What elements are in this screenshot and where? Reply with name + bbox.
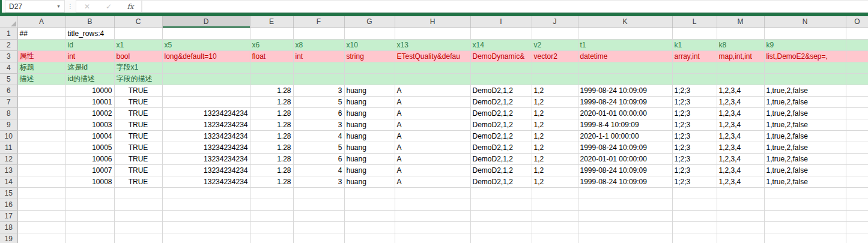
- cell-M5[interactable]: [717, 73, 764, 85]
- cell-D19[interactable]: [162, 233, 250, 243]
- cell-E2[interactable]: x6: [250, 39, 293, 50]
- cell-O1[interactable]: [846, 28, 868, 39]
- cell-O16[interactable]: [846, 199, 868, 210]
- row-header-10[interactable]: 10: [0, 130, 17, 142]
- cell-K15[interactable]: [578, 187, 672, 199]
- cell-M1[interactable]: [717, 28, 764, 39]
- cell-I13[interactable]: DemoD2,1,2: [470, 164, 532, 176]
- cell-B3[interactable]: int: [65, 50, 114, 62]
- cell-M10[interactable]: 1,2,3,4: [717, 130, 764, 142]
- cell-A11[interactable]: [17, 142, 65, 153]
- column-header-B[interactable]: B: [65, 16, 114, 28]
- cell-A14[interactable]: [17, 176, 65, 187]
- cell-N10[interactable]: 1,true,2,false: [764, 130, 846, 142]
- cell-D9[interactable]: 13234234234: [162, 119, 250, 130]
- cell-K5[interactable]: [578, 73, 672, 85]
- cell-N15[interactable]: [764, 187, 846, 199]
- cell-H17[interactable]: [395, 210, 470, 221]
- cell-M16[interactable]: [717, 199, 764, 210]
- cell-O2[interactable]: [846, 39, 868, 50]
- cell-F12[interactable]: 6: [293, 153, 344, 164]
- cell-A8[interactable]: [17, 107, 65, 119]
- cell-H18[interactable]: [395, 221, 470, 233]
- cell-B19[interactable]: [65, 233, 114, 243]
- cell-C2[interactable]: x1: [114, 39, 162, 50]
- cell-N12[interactable]: 1,true,2,false: [764, 153, 846, 164]
- cell-E18[interactable]: [250, 221, 293, 233]
- cell-J7[interactable]: 1,2: [532, 96, 578, 107]
- cell-I1[interactable]: [470, 28, 532, 39]
- cell-D6[interactable]: [162, 85, 250, 96]
- cell-G10[interactable]: huang: [344, 130, 395, 142]
- row-header-16[interactable]: 16: [0, 199, 17, 210]
- cell-L7[interactable]: 1;2;3: [672, 96, 717, 107]
- cell-H15[interactable]: [395, 187, 470, 199]
- row-header-5[interactable]: 5: [0, 73, 17, 85]
- cell-L4[interactable]: [672, 62, 717, 73]
- cell-I7[interactable]: DemoD2,1,2: [470, 96, 532, 107]
- cell-E3[interactable]: float: [250, 50, 293, 62]
- cell-L16[interactable]: [672, 199, 717, 210]
- cell-I5[interactable]: [470, 73, 532, 85]
- cell-O14[interactable]: [846, 176, 868, 187]
- cell-A12[interactable]: [17, 153, 65, 164]
- cell-M3[interactable]: map,int,int: [717, 50, 764, 62]
- column-header-F[interactable]: F: [293, 16, 344, 28]
- row-header-13[interactable]: 13: [0, 164, 17, 176]
- cell-I6[interactable]: DemoD2,1,2: [470, 85, 532, 96]
- cell-G2[interactable]: x10: [344, 39, 395, 50]
- chevron-down-icon[interactable]: ▼: [56, 4, 61, 8]
- cell-I4[interactable]: [470, 62, 532, 73]
- cell-K6[interactable]: 1999-08-24 10:09:09: [578, 85, 672, 96]
- cell-M4[interactable]: [717, 62, 764, 73]
- cell-G16[interactable]: [344, 199, 395, 210]
- cell-H16[interactable]: [395, 199, 470, 210]
- cell-C12[interactable]: TRUE: [114, 153, 162, 164]
- cell-M9[interactable]: 1,2,3,4: [717, 119, 764, 130]
- cell-B15[interactable]: [65, 187, 114, 199]
- cell-A5[interactable]: 描述: [17, 73, 65, 85]
- cell-B9[interactable]: 10003: [65, 119, 114, 130]
- cell-B2[interactable]: id: [65, 39, 114, 50]
- cell-G9[interactable]: huang: [344, 119, 395, 130]
- column-header-N[interactable]: N: [764, 16, 846, 28]
- cell-D2[interactable]: x5: [162, 39, 250, 50]
- cell-N8[interactable]: 1,true,2,false: [764, 107, 846, 119]
- cell-G12[interactable]: huang: [344, 153, 395, 164]
- cell-C13[interactable]: TRUE: [114, 164, 162, 176]
- cell-K13[interactable]: 1999-08-24 10:09:09: [578, 164, 672, 176]
- select-all-corner[interactable]: [0, 16, 17, 28]
- cell-N4[interactable]: [764, 62, 846, 73]
- cell-D1[interactable]: [162, 28, 250, 39]
- formula-bar[interactable]: [142, 0, 868, 13]
- cell-C3[interactable]: bool: [114, 50, 162, 62]
- cell-L11[interactable]: 1;2;3: [672, 142, 717, 153]
- cell-C17[interactable]: [114, 210, 162, 221]
- cell-I11[interactable]: DemoD2,1,2: [470, 142, 532, 153]
- cell-J3[interactable]: vector2: [532, 50, 578, 62]
- cell-B10[interactable]: 10004: [65, 130, 114, 142]
- cell-N3[interactable]: list,DemoE2&sep=,: [764, 50, 846, 62]
- cell-O12[interactable]: [846, 153, 868, 164]
- row-header-6[interactable]: 6: [0, 85, 17, 96]
- cell-C14[interactable]: TRUE: [114, 176, 162, 187]
- cell-M2[interactable]: k8: [717, 39, 764, 50]
- column-header-A[interactable]: A: [17, 16, 65, 28]
- cell-I8[interactable]: DemoD2,1,2: [470, 107, 532, 119]
- cell-L14[interactable]: 1;2;3: [672, 176, 717, 187]
- cell-G18[interactable]: [344, 221, 395, 233]
- cell-F15[interactable]: [293, 187, 344, 199]
- cell-N2[interactable]: k9: [764, 39, 846, 50]
- cell-L1[interactable]: [672, 28, 717, 39]
- cell-L3[interactable]: array,int: [672, 50, 717, 62]
- cell-F16[interactable]: [293, 199, 344, 210]
- cell-H14[interactable]: A: [395, 176, 470, 187]
- cell-M13[interactable]: 1,2,3,4: [717, 164, 764, 176]
- row-header-3[interactable]: 3: [0, 50, 17, 62]
- cell-B12[interactable]: 10006: [65, 153, 114, 164]
- cell-C6[interactable]: TRUE: [114, 85, 162, 96]
- cell-K8[interactable]: 2020-01-01 00:00:00: [578, 107, 672, 119]
- cell-E10[interactable]: 1.28: [250, 130, 293, 142]
- cell-H19[interactable]: [395, 233, 470, 243]
- cell-E17[interactable]: [250, 210, 293, 221]
